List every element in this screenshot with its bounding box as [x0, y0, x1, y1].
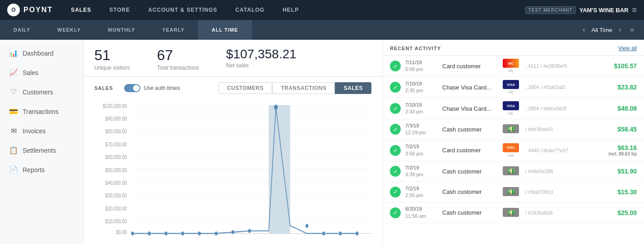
- sidebar-item-settlements[interactable]: 📋 Settlements: [0, 141, 83, 160]
- activity-date: 7/10/19 2:33 pm: [405, 102, 438, 116]
- activity-row[interactable]: ✓ 7/10/19 2:33 pm Chase Visa Card... VIS…: [383, 98, 644, 119]
- discover-icon: DISC: [503, 143, 519, 152]
- card-badge: 💵: [501, 166, 521, 176]
- activity-ref: / #183bd0d5: [525, 210, 601, 216]
- activity-customer: Cash customer: [442, 209, 496, 216]
- time-value: 3:39 pm: [405, 172, 423, 177]
- activity-ref: ..4440 / #b4e77e37: [525, 148, 601, 153]
- date-value: 7/3/19: [405, 123, 419, 128]
- activity-amount: $15.30: [605, 188, 637, 196]
- net-sales-value: $107,358.21: [226, 47, 297, 61]
- check-icon: ✓: [390, 187, 401, 197]
- date-value: 7/10/19: [405, 102, 422, 108]
- chart-tab-transactions[interactable]: TRANSACTIONS: [272, 82, 335, 94]
- check-icon: ✓: [390, 61, 401, 71]
- toggle-label: Use auth times: [144, 85, 180, 91]
- unique-visitors-value: 51: [94, 47, 130, 64]
- nav-store[interactable]: STORE: [106, 5, 134, 15]
- visa-icon: VISA: [503, 101, 519, 110]
- activity-ref: / #5bb70810: [525, 189, 601, 195]
- cash-icon: 💵: [503, 124, 519, 133]
- sidebar-item-sales[interactable]: 📈 Sales: [0, 63, 83, 82]
- logo-text: POYNT: [23, 6, 53, 14]
- chart-tab-customers[interactable]: CUSTOMERS: [218, 82, 272, 94]
- time-value: 2:55 pm: [405, 192, 423, 198]
- time-value: 2:33 pm: [405, 109, 423, 114]
- activity-row[interactable]: ✓ 7/10/19 2:35 pm Chase Visa Card... VIS…: [383, 77, 644, 98]
- time-value: 11:56 am: [405, 213, 426, 219]
- activity-row[interactable]: ✓ 7/2/19 3:56 pm Card customer DISC msr …: [383, 140, 644, 161]
- sidebar-label-invoices: Invoices: [23, 127, 46, 135]
- activity-row[interactable]: ✓ 7/2/19 3:39 pm Cash customer 💵 / #e6e0…: [383, 161, 644, 182]
- activity-panel: RECENT ACTIVITY View all ✓ 7/11/19 5:09 …: [382, 40, 644, 244]
- activity-customer: Card customer: [442, 63, 496, 70]
- unique-visitors-label: Unique visitors: [94, 65, 130, 71]
- sidebar-item-dashboard[interactable]: 📊 Dashboard: [0, 43, 83, 63]
- tab-all-time[interactable]: ALL TIME: [198, 20, 252, 40]
- activity-title: RECENT ACTIVITY: [390, 46, 441, 51]
- activity-ref: ..4111 / #e3839ef3: [525, 63, 601, 69]
- sidebar: 📊 Dashboard 📈 Sales ♡ Customers 💳 Transa…: [0, 40, 83, 244]
- svg-point-34: [339, 231, 342, 235]
- svg-point-35: [356, 231, 358, 235]
- svg-text:$50,000.00: $50,000.00: [105, 167, 127, 173]
- hamburger-menu-icon[interactable]: ≡: [632, 5, 637, 15]
- logo-area: O POYNT: [7, 4, 53, 16]
- svg-text:$40,000.00: $40,000.00: [105, 180, 127, 186]
- activity-customer: Chase Visa Card...: [442, 105, 496, 112]
- activity-date: 6/20/19 11:56 am: [405, 206, 438, 220]
- date-value: 7/2/19: [405, 144, 419, 149]
- activity-row[interactable]: ✓ 7/3/19 12:29 pm Cash customer 💵 / #be3…: [383, 119, 644, 140]
- activity-row[interactable]: ✓ 7/2/19 2:55 pm Cash customer 💵 / #5bb7…: [383, 182, 644, 203]
- activity-date: 7/11/19 5:09 pm: [405, 59, 438, 73]
- date-value: 7/2/19: [405, 186, 419, 191]
- settlements-icon: 📋: [9, 146, 18, 155]
- sidebar-item-transactions[interactable]: 💳 Transactions: [0, 102, 83, 121]
- activity-ref: ..3004 / #f1d03af3: [525, 84, 601, 90]
- total-transactions-label: Total transactions: [157, 65, 199, 71]
- time-prev-icon[interactable]: ‹: [580, 24, 588, 36]
- reports-icon: 📄: [9, 165, 18, 174]
- activity-row[interactable]: ✓ 7/11/19 5:09 pm Card customer MC nfc .…: [383, 56, 644, 77]
- svg-point-29: [232, 230, 234, 235]
- toggle-knob: [133, 85, 139, 91]
- activity-customer: Card customer: [442, 147, 496, 154]
- time-next2-icon[interactable]: »: [627, 24, 637, 36]
- auth-times-toggle[interactable]: [124, 84, 140, 92]
- activity-customer: Chase Visa Card...: [442, 84, 496, 91]
- check-icon: ✓: [390, 166, 401, 177]
- tab-weekly[interactable]: WEEKLY: [44, 20, 94, 40]
- sidebar-label-transactions: Transactions: [23, 108, 59, 115]
- nav-catalog[interactable]: CATALOG: [232, 5, 269, 15]
- dashboard-icon: 📊: [9, 49, 18, 57]
- chart-container: $100,000.00 $90,000.00 $80,000.00 $70,00…: [94, 98, 371, 239]
- tab-yearly[interactable]: YEARLY: [148, 20, 198, 40]
- tab-daily[interactable]: DAILY: [0, 20, 44, 40]
- mc-icon: MC: [503, 59, 519, 68]
- nav-sales[interactable]: SALES: [67, 5, 95, 15]
- time-nav-right: ‹ All Time › »: [580, 24, 644, 36]
- time-value: 2:35 pm: [405, 88, 423, 93]
- stat-unique-visitors: 51 Unique visitors: [94, 47, 130, 71]
- chart-title: SALES: [94, 85, 113, 91]
- activity-list: ✓ 7/11/19 5:09 pm Card customer MC nfc .…: [383, 56, 644, 244]
- nav-account-settings[interactable]: ACCOUNT & SETTINGS: [144, 5, 221, 15]
- sidebar-item-invoices[interactable]: ✉ Invoices: [0, 121, 83, 141]
- chart-header: SALES Use auth times CUSTOMERS TRANSACTI…: [94, 82, 371, 94]
- sidebar-item-customers[interactable]: ♡ Customers: [0, 82, 83, 102]
- nav-help[interactable]: HELP: [279, 5, 302, 15]
- svg-point-32: [306, 224, 308, 228]
- view-all-link[interactable]: View all: [618, 45, 637, 52]
- svg-point-24: [148, 231, 151, 235]
- svg-point-30: [248, 229, 251, 233]
- tab-monthly[interactable]: MONTHLY: [94, 20, 148, 40]
- activity-date: 7/3/19 12:29 pm: [405, 122, 438, 136]
- activity-row[interactable]: ✓ 6/20/19 11:56 am Cash customer 💵 / #18…: [383, 202, 644, 223]
- time-next-icon[interactable]: ›: [616, 24, 624, 36]
- sidebar-item-reports[interactable]: 📄 Reports: [0, 160, 83, 179]
- activity-customer: Cash customer: [442, 168, 496, 175]
- chart-tab-sales[interactable]: SALES: [335, 82, 371, 94]
- card-badge: DISC msr: [501, 143, 521, 158]
- cash-icon: 💵: [503, 166, 519, 175]
- test-merchant-badge: TEST MERCHANT: [525, 6, 576, 14]
